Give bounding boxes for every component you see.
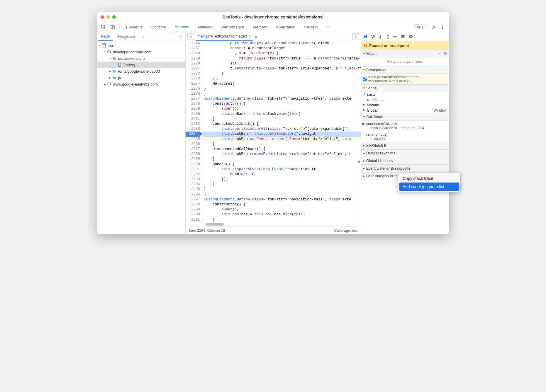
chevron-right-icon: ▶ [104, 83, 106, 86]
chevron-right-icon: ▶ [363, 103, 367, 107]
frame-function: connectedCallback [366, 122, 447, 126]
tree-folder-js[interactable]: ▶ js [97, 74, 185, 81]
kebab-menu-icon[interactable] [438, 23, 447, 31]
nav-back-icon[interactable] [187, 33, 194, 40]
minimize-window-icon[interactable] [106, 15, 110, 19]
step-into-icon[interactable] [378, 34, 383, 39]
close-window-icon[interactable] [101, 15, 104, 19]
tab-memory[interactable]: Memory [249, 22, 271, 32]
watch-title: Watch [366, 52, 377, 56]
chevron-down-icon: ▼ [109, 57, 112, 60]
svg-point-29 [365, 44, 366, 45]
window-controls [101, 15, 116, 19]
scope-var-this[interactable]: ▶ this: … [361, 97, 449, 103]
nav-forward-icon[interactable] [352, 33, 359, 40]
inspect-element-icon[interactable] [99, 23, 108, 31]
chevron-down-icon: ▼ [104, 50, 106, 53]
local-label: Local [367, 93, 447, 97]
svg-rect-3 [417, 25, 420, 28]
svg-point-11 [180, 36, 181, 37]
xhr-breakpoints-header[interactable]: ▶ XHR/fetch B [361, 142, 449, 149]
subtab-page[interactable]: Page [98, 32, 113, 41]
tab-network[interactable]: Network [194, 22, 217, 32]
pause-exceptions-icon[interactable] [408, 34, 413, 39]
tab-more-icon[interactable]: » [323, 22, 334, 32]
deactivate-breakpoints-icon[interactable] [401, 34, 406, 39]
var-value: … [381, 98, 384, 102]
tree-folder-docs[interactable]: ▼ docs/extensions [97, 55, 185, 62]
tab-title: main.js?v=e382d86f:formatted [197, 34, 247, 38]
tree-label: developer.chrome.com [113, 50, 152, 54]
close-tab-icon[interactable]: × [249, 34, 251, 38]
tree-origin-analytics[interactable]: ▶ www.google-analytics.com [97, 81, 185, 87]
code-content[interactable]: e && !we.has(e) && (e.addEventListener( … [203, 41, 361, 226]
breakpoint-checkbox[interactable] [363, 76, 367, 83]
devtools-window: DevTools - developer.chrome.com/docs/ext… [97, 12, 449, 234]
step-out-icon[interactable] [386, 34, 390, 39]
svg-rect-28 [365, 45, 366, 46]
tab-performance[interactable]: Performance [217, 22, 248, 32]
callstack-frame[interactable]: (anonymous) main.js?v= [361, 131, 449, 142]
chevron-down-icon: ▼ [363, 87, 366, 90]
subtab-filesystem[interactable]: Filesystem [114, 32, 138, 41]
tree-origin-developer[interactable]: ▼ developer.chrome.com [97, 49, 185, 55]
refresh-watch-icon[interactable]: ⟳ [444, 51, 447, 56]
issues-badge[interactable]: 1 [414, 24, 426, 30]
breakpoints-title: Breakpoints [366, 68, 386, 72]
add-watch-icon[interactable]: ＋ [437, 51, 441, 56]
line-gutter[interactable]: 2266226722682269227022712272227322742275… [186, 41, 203, 226]
scope-title: Scope [366, 86, 377, 90]
breakpoint-text: this.backBtn = this.queryS… [368, 79, 447, 83]
spacer [114, 63, 117, 66]
svg-rect-5 [418, 27, 419, 28]
callstack-frame[interactable]: connectedCallback main.js?v=e382d…format… [361, 121, 449, 131]
tree-label: js [118, 76, 121, 80]
divider [119, 24, 120, 30]
tab-security[interactable]: Security [300, 22, 323, 32]
navigator-kebab-icon[interactable] [177, 32, 184, 41]
chevron-down-icon: ▼ [363, 52, 366, 55]
event-listener-bp-header[interactable]: ▶ Event Listener Breakpoints [361, 165, 449, 172]
tree-file-index[interactable]: (index) [97, 62, 185, 68]
tree-label: fonts/google-sans-v2003 [118, 69, 160, 74]
editor-tab[interactable]: main.js?v=e382d86f:formatted × [196, 32, 253, 41]
paused-text: Paused on breakpoint [369, 43, 409, 48]
step-over-icon[interactable] [370, 34, 375, 39]
global-listeners-header[interactable]: ▶ Global Listeners [361, 157, 449, 165]
tab-elements[interactable]: Elements [122, 22, 147, 32]
svg-rect-26 [411, 36, 412, 38]
callstack-header[interactable]: ▼ Call Stack [361, 113, 449, 121]
code-editor[interactable]: 2266226722682269227022712272227322742275… [186, 41, 361, 226]
scope-header[interactable]: ▼ Scope [361, 84, 449, 92]
scroll-indicator [358, 161, 360, 163]
resume-icon[interactable] [363, 34, 367, 39]
context-menu: Copy stack trace Add script to ignore li… [398, 173, 461, 192]
device-toolbar-icon[interactable] [109, 23, 117, 31]
breakpoints-header[interactable]: ▼ Breakpoints [361, 66, 449, 74]
coverage-status: Coverage: n/a [334, 229, 357, 233]
maximize-window-icon[interactable] [112, 15, 116, 19]
debug-toolbar [361, 32, 449, 41]
ctx-add-ignore-list[interactable]: Add script to ignore list [399, 183, 459, 191]
tree-top[interactable]: ▼ top [97, 42, 185, 49]
ctx-copy-stack-trace[interactable]: Copy stack trace [399, 174, 459, 183]
subtab-more-icon[interactable]: » [140, 32, 147, 41]
watch-body: No watch expressions [361, 57, 449, 66]
document-icon [118, 63, 122, 67]
module-label: Module [367, 103, 447, 107]
frame-icon [102, 43, 106, 47]
watch-header[interactable]: ▼ Watch ＋ ⟳ [361, 50, 449, 57]
step-icon[interactable] [393, 34, 398, 39]
tree-folder-fonts[interactable]: ▶ fonts/google-sans-v2003 [97, 68, 185, 74]
file-tree[interactable]: ▼ top ▼ developer.chrome.com ▼ docs/exte… [97, 41, 185, 234]
dom-breakpoints-header[interactable]: ▶ DOM Breakpoints [361, 149, 449, 157]
svg-point-7 [442, 25, 443, 26]
tab-sources[interactable]: Sources [171, 22, 194, 32]
settings-gear-icon[interactable] [430, 23, 438, 31]
breakpoint-item[interactable]: main.js?v=e382d86f:formatted:… this.back… [361, 74, 449, 84]
tab-application[interactable]: Application [272, 22, 299, 32]
tab-console[interactable]: Console [147, 22, 170, 32]
tree-label: docs/extensions [118, 56, 145, 61]
tab-more-icon[interactable]: » [255, 34, 257, 39]
scrollbar-horizontal[interactable] [206, 223, 224, 226]
